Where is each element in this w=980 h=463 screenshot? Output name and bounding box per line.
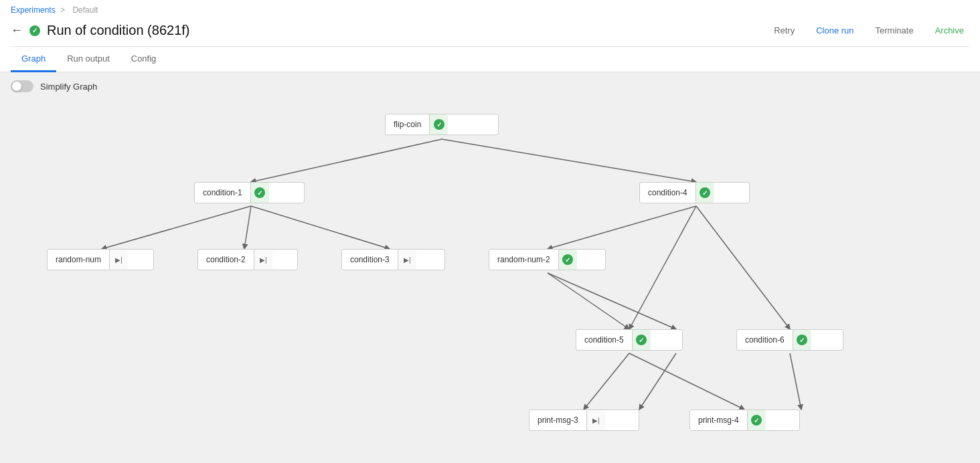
node-condition-6-label: condition-6 <box>737 330 793 350</box>
node-condition-5[interactable]: condition-5 ✓ <box>576 329 683 351</box>
arrow-icon: ▶| <box>115 256 122 264</box>
svg-line-7 <box>696 206 790 329</box>
svg-line-8 <box>548 273 629 329</box>
node-print-msg-4-status: ✓ <box>747 410 766 430</box>
breadcrumb-experiments[interactable]: Experiments <box>11 5 56 15</box>
check-icon: ✓ <box>434 119 444 130</box>
svg-line-5 <box>548 206 696 249</box>
check-icon-4: ✓ <box>562 254 573 265</box>
title-row: ← Run of condition (8621f) Retry Clone r… <box>11 17 969 46</box>
action-buttons: Retry Clone run Terminate Archive <box>768 23 969 38</box>
svg-line-6 <box>629 206 696 329</box>
breadcrumb-default: Default <box>72 5 98 15</box>
retry-button[interactable]: Retry <box>768 23 800 38</box>
node-print-msg-3-status: ▶| <box>586 410 605 430</box>
node-condition-3[interactable]: condition-3 ▶| <box>341 249 445 270</box>
check-icon-3: ✓ <box>700 187 710 198</box>
tab-run-output[interactable]: Run output <box>56 47 120 72</box>
simplify-row: Simplify Graph <box>0 72 980 100</box>
arrow-icon-3: ▶| <box>404 256 411 264</box>
node-random-num-2-status: ✓ <box>558 250 577 270</box>
node-condition-2[interactable]: condition-2 ▶| <box>197 249 298 270</box>
node-random-num-label: random-num <box>48 250 109 270</box>
graph-container: flip-coin ✓ condition-1 ✓ condition-4 ✓ … <box>0 100 980 463</box>
page-title: Run of condition (8621f) <box>47 23 189 38</box>
node-condition-6[interactable]: condition-6 ✓ <box>736 329 843 351</box>
tab-graph[interactable]: Graph <box>11 47 56 72</box>
node-condition-1-label: condition-1 <box>195 183 250 203</box>
node-random-num-2-label: random-num-2 <box>489 250 558 270</box>
node-condition-6-status: ✓ <box>793 330 811 350</box>
toggle-knob <box>12 82 21 91</box>
arrow-icon-2: ▶| <box>260 256 267 264</box>
svg-line-0 <box>251 139 442 182</box>
node-condition-4-label: condition-4 <box>640 183 696 203</box>
svg-line-9 <box>548 273 676 329</box>
node-random-num[interactable]: random-num ▶| <box>47 249 154 270</box>
node-condition-5-label: condition-5 <box>576 330 632 350</box>
node-condition-1[interactable]: condition-1 ✓ <box>194 182 305 203</box>
node-condition-4[interactable]: condition-4 ✓ <box>639 182 750 203</box>
tabs: Graph Run output Config <box>11 46 969 72</box>
node-print-msg-3[interactable]: print-msg-3 ▶| <box>529 409 639 431</box>
terminate-button[interactable]: Terminate <box>870 23 919 38</box>
node-print-msg-4-label: print-msg-4 <box>690 410 747 430</box>
node-condition-3-status: ▶| <box>398 250 416 270</box>
node-print-msg-3-label: print-msg-3 <box>529 410 586 430</box>
svg-line-11 <box>629 353 744 409</box>
top-bar: Experiments > Default ← Run of condition… <box>0 0 980 72</box>
svg-line-1 <box>442 139 696 182</box>
breadcrumb-separator: > <box>60 5 65 15</box>
svg-line-10 <box>584 353 629 409</box>
simplify-label: Simplify Graph <box>40 82 97 92</box>
node-condition-4-status: ✓ <box>696 183 714 203</box>
clone-run-button[interactable]: Clone run <box>811 23 859 38</box>
check-icon-7: ✓ <box>751 415 762 426</box>
node-condition-3-label: condition-3 <box>342 250 398 270</box>
breadcrumb: Experiments > Default <box>11 0 969 17</box>
node-random-num-2[interactable]: random-num-2 ✓ <box>489 249 606 270</box>
content-area: Simplify Graph <box>0 72 980 463</box>
check-icon-5: ✓ <box>636 335 647 345</box>
check-icon-2: ✓ <box>254 187 265 198</box>
check-icon-6: ✓ <box>797 335 807 345</box>
node-condition-2-status: ▶| <box>254 250 272 270</box>
node-condition-5-status: ✓ <box>632 330 651 350</box>
svg-line-3 <box>244 206 251 249</box>
node-random-num-status: ▶| <box>109 250 128 270</box>
archive-button[interactable]: Archive <box>930 23 969 38</box>
svg-line-12 <box>639 353 676 409</box>
svg-line-13 <box>790 353 801 409</box>
title-left: ← Run of condition (8621f) <box>11 23 189 38</box>
status-dot <box>29 25 40 36</box>
node-condition-1-status: ✓ <box>250 183 269 203</box>
node-flip-coin-status: ✓ <box>429 114 448 134</box>
back-button[interactable]: ← <box>11 23 23 37</box>
svg-line-2 <box>102 206 251 249</box>
node-condition-2-label: condition-2 <box>198 250 254 270</box>
node-print-msg-4[interactable]: print-msg-4 ✓ <box>689 409 800 431</box>
simplify-toggle[interactable] <box>11 80 33 92</box>
svg-line-4 <box>251 206 390 249</box>
node-flip-coin[interactable]: flip-coin ✓ <box>385 114 499 135</box>
tab-config[interactable]: Config <box>120 47 167 72</box>
arrow-icon-4: ▶| <box>592 417 600 424</box>
node-flip-coin-label: flip-coin <box>386 114 429 134</box>
graph-svg <box>0 100 980 463</box>
